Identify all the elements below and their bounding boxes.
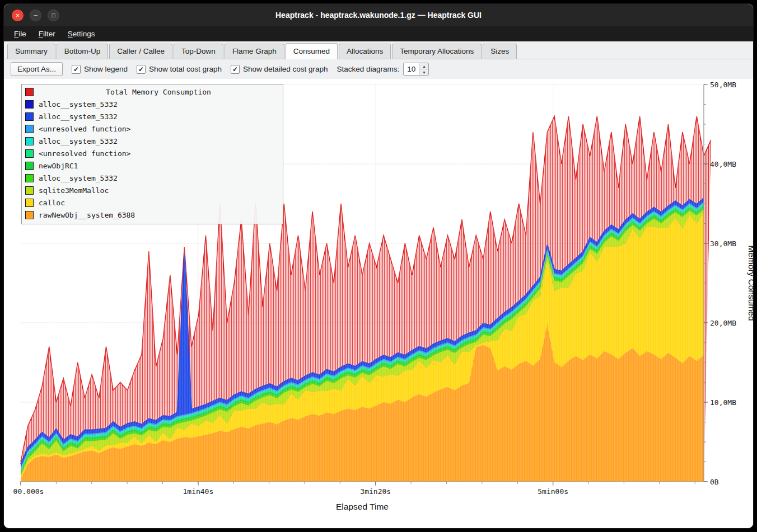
y-tick-label: 50,0MB [710, 81, 736, 89]
legend-item: sqlite3MemMalloc [25, 184, 278, 196]
maximize-icon: ◻ [52, 13, 55, 18]
menu-file[interactable]: File [8, 27, 32, 40]
legend-item: rawNewObj__system_6388 [25, 209, 278, 221]
stacked-diagrams-value[interactable]: 10 [404, 63, 419, 75]
legend-swatch-icon [25, 149, 34, 158]
minimize-button[interactable]: – [30, 10, 41, 21]
spin-up-button[interactable]: ▲ [419, 63, 428, 69]
legend-item: calloc [25, 196, 278, 209]
tab-allocations[interactable]: Allocations [339, 44, 391, 59]
legend-swatch-icon [25, 100, 34, 109]
y-axis-title: Memory Consumed [747, 245, 754, 321]
window-title: Heaptrack - heaptrack.wakunode.1.gz — He… [275, 11, 482, 20]
legend-item-label: alloc__system_5332 [39, 112, 118, 121]
check-icon: ✓ [232, 65, 238, 73]
legend-item: alloc__system_5332 [25, 98, 278, 110]
legend-item: newObjRC1 [25, 159, 278, 172]
legend-swatch-icon [25, 186, 34, 195]
x-tick-label: 1min40s [183, 487, 213, 496]
legend-item-label: <unresolved function> [39, 125, 130, 133]
export-as-button[interactable]: Export As... [11, 62, 63, 76]
legend-swatch-icon [25, 125, 34, 133]
y-tick-label: 0B [710, 478, 719, 486]
chart-legend: Total Memory Consumptionalloc__system_53… [21, 84, 283, 224]
close-button[interactable]: × [12, 10, 24, 21]
legend-item-label: alloc__system_5332 [39, 137, 118, 145]
legend-item: <unresolved function> [25, 147, 278, 159]
chart-toolbar: Export As... ✓ Show legend ✓ Show total … [4, 59, 753, 79]
legend-item: alloc__system_5332 [25, 110, 278, 123]
y-tick-label: 10,0MB [710, 398, 736, 407]
heaptrack-window: × – ◻ Heaptrack - heaptrack.wakunode.1.g… [3, 3, 754, 529]
legend-item-label: sqlite3MemMalloc [39, 186, 109, 195]
spin-up-icon: ▲ [422, 64, 426, 68]
tab-summary[interactable]: Summary [7, 44, 55, 59]
legend-swatch-icon [25, 112, 34, 121]
y-tick-label: 20,0MB [710, 319, 736, 327]
legend-item-label: <unresolved function> [39, 149, 130, 158]
tab-caller-callee[interactable]: Caller / Callee [109, 44, 172, 59]
legend-swatch-icon [25, 174, 34, 182]
tab-bar: Summary Bottom-Up Caller / Callee Top-Do… [4, 41, 753, 59]
show-legend-label: Show legend [84, 65, 128, 73]
show-total-cost-checkbox[interactable]: ✓ [137, 65, 146, 74]
legend-swatch-icon [25, 88, 34, 96]
menu-bar: File Filter Settings [4, 26, 753, 41]
spin-buttons: ▲ ▼ [419, 63, 428, 75]
minimize-icon: – [34, 12, 38, 18]
x-axis-title: Elapsed Time [336, 502, 389, 511]
legend-item-label: alloc__system_5332 [39, 174, 118, 182]
legend-swatch-icon [25, 137, 34, 145]
spin-down-button[interactable]: ▼ [419, 69, 428, 75]
tab-top-down[interactable]: Top-Down [174, 44, 223, 59]
legend-title: Total Memory Consumption [39, 88, 278, 96]
tab-bottom-up[interactable]: Bottom-Up [57, 44, 109, 59]
close-icon: × [16, 12, 20, 19]
tab-temporary-allocations[interactable]: Temporary Allocations [392, 44, 482, 59]
y-tick-label: 40,0MB [710, 160, 736, 168]
x-tick-label: 3min20s [360, 487, 391, 496]
show-legend-checkbox[interactable]: ✓ [72, 65, 81, 74]
stacked-diagrams-label: Stacked diagrams: [337, 65, 400, 73]
menu-filter[interactable]: Filter [33, 27, 61, 40]
legend-item: <unresolved function> [25, 123, 278, 135]
maximize-button[interactable]: ◻ [48, 10, 59, 21]
check-icon: ✓ [138, 65, 144, 73]
legend-item: alloc__system_5332 [25, 172, 278, 184]
legend-item: alloc__system_5332 [25, 135, 278, 147]
spin-down-icon: ▼ [422, 70, 426, 74]
tab-consumed[interactable]: Consumed [286, 43, 338, 59]
show-detailed-cost-checkbox[interactable]: ✓ [231, 65, 240, 74]
tab-sizes[interactable]: Sizes [483, 44, 517, 59]
show-total-cost-label: Show total cost graph [149, 65, 222, 73]
legend-swatch-icon [25, 162, 34, 170]
legend-item-label: alloc__system_5332 [39, 100, 118, 109]
legend-title-row: Total Memory Consumption [25, 86, 278, 98]
x-tick-label: 00.000s [13, 487, 44, 496]
show-detailed-cost-label: Show detailed cost graph [243, 65, 328, 73]
legend-item-label: rawNewObj__system_6388 [39, 211, 135, 219]
window-controls: × – ◻ [12, 4, 59, 26]
legend-swatch-icon [25, 211, 34, 219]
check-icon: ✓ [73, 65, 79, 73]
legend-swatch-icon [25, 199, 34, 207]
stacked-diagrams-stepper[interactable]: 10 ▲ ▼ [403, 63, 429, 76]
tab-flame-graph[interactable]: Flame Graph [225, 44, 284, 59]
y-tick-label: 30,0MB [710, 239, 736, 248]
legend-item-label: calloc [39, 199, 65, 207]
title-bar[interactable]: × – ◻ Heaptrack - heaptrack.wakunode.1.g… [4, 4, 753, 26]
menu-settings[interactable]: Settings [62, 27, 101, 40]
legend-item-label: newObjRC1 [39, 162, 78, 170]
x-tick-label: 5min00s [538, 487, 568, 496]
memory-consumption-chart[interactable]: 00.000s1min40s3min20s5min00s0B10,0MB20,0… [4, 79, 753, 528]
